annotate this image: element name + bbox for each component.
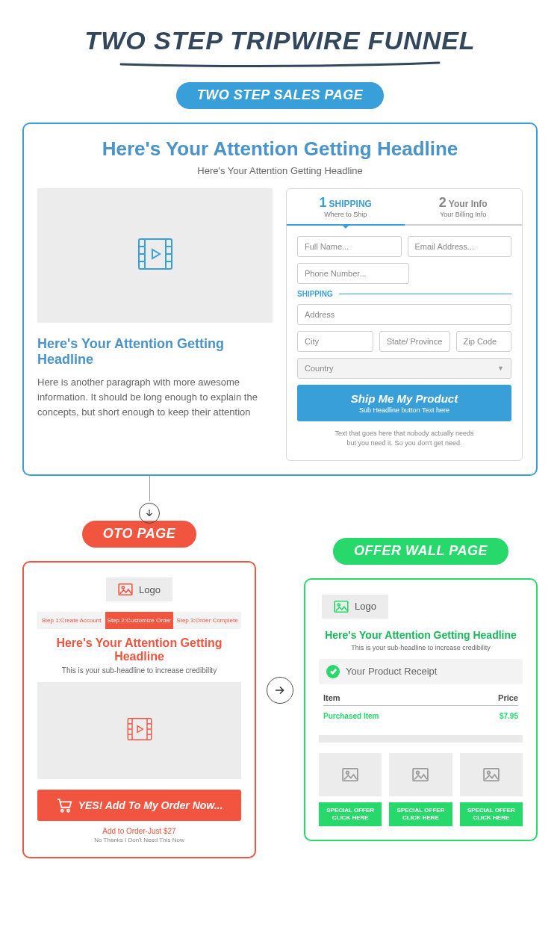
- oto-headline: Here's Your Attention Getting Headline: [37, 636, 241, 663]
- ow-sub: This is your sub-headline to increase cr…: [319, 644, 523, 651]
- zip-input[interactable]: Zip Code: [456, 331, 511, 352]
- connector-right: [267, 675, 293, 704]
- oto-logo-text: Logo: [139, 584, 161, 595]
- address-input[interactable]: Address: [297, 304, 511, 325]
- film-play-icon: [125, 714, 155, 747]
- image-icon: [483, 768, 500, 781]
- offer-1: SPECIAL OFFERCLICK HERE: [319, 753, 382, 827]
- item-price: $7.95: [500, 712, 518, 720]
- shipping-section-label: SHIPPING: [297, 290, 511, 298]
- ow-headline: Here's Your Attention Getting Headline: [319, 629, 523, 641]
- offer-3-button[interactable]: SPECIAL OFFERCLICK HERE: [460, 802, 523, 827]
- image-icon: [118, 583, 133, 595]
- video-placeholder[interactable]: [37, 188, 273, 323]
- city-input[interactable]: City: [297, 331, 373, 352]
- offer-image: [460, 753, 523, 796]
- tab2-title: Your Info: [449, 199, 488, 209]
- svg-point-21: [67, 810, 69, 812]
- offer-3: SPECIAL OFFERCLICK HERE: [460, 753, 523, 827]
- oto-logo: Logo: [106, 577, 172, 601]
- ow-logo: Logo: [322, 595, 388, 619]
- sales-page-pill: Two Step Sales Page: [176, 82, 385, 109]
- sales-headline: Here's Your Attention Getting Headline: [37, 137, 523, 161]
- svg-point-10: [122, 586, 124, 589]
- image-icon: [412, 768, 429, 781]
- title-underline: [119, 60, 441, 67]
- sales-left-headline: Here's Your Attention Getting Headline: [37, 336, 273, 368]
- sales-page-card: Here's Your Attention Getting Headline H…: [22, 123, 538, 476]
- image-icon: [334, 601, 349, 613]
- svg-point-29: [487, 771, 490, 774]
- tab1-sub: Where to Ship: [290, 211, 402, 218]
- oto-no-thanks[interactable]: No Thanks I Don't Need This Now: [37, 837, 241, 843]
- offer-wall-card: Logo Here's Your Attention Getting Headl…: [304, 578, 538, 842]
- page-title: Two Step Tripwire Funnel: [0, 0, 560, 60]
- film-play-icon: [134, 233, 176, 278]
- offer-1-button[interactable]: SPECIAL OFFERCLICK HERE: [319, 802, 382, 827]
- tab1-number: 1: [320, 195, 327, 210]
- ship-button[interactable]: Ship Me My Product Sub Headline button T…: [297, 385, 511, 421]
- add-to-order-button[interactable]: YES! Add To My Order Now...: [37, 790, 241, 821]
- svg-point-20: [60, 810, 63, 812]
- oto-link[interactable]: Add to Order-Just $27: [37, 827, 241, 835]
- receipt-title: Your Product Receipt: [346, 666, 437, 677]
- offer-2: SPECIAL OFFERCLICK HERE: [389, 753, 452, 827]
- arrow-down-icon: [139, 503, 160, 524]
- step-2[interactable]: Step 2:Customize Order: [105, 612, 173, 629]
- connector-down: [0, 476, 560, 521]
- offer-wall-pill: Offer Wall Page: [333, 538, 508, 565]
- oto-steps: Step 1:Create Account Step 2:Customize O…: [37, 612, 241, 629]
- offer-image: [319, 753, 382, 796]
- oto-card: Logo Step 1:Create Account Step 2:Custom…: [22, 561, 256, 858]
- country-value: Country: [305, 364, 334, 373]
- fullname-input[interactable]: Full Name...: [297, 236, 402, 257]
- svg-point-23: [337, 604, 340, 606]
- state-input[interactable]: State/ Province: [379, 331, 450, 352]
- ship-button-main: Ship Me My Product: [300, 392, 508, 405]
- add-to-order-label: YES! Add To My Order Now...: [78, 799, 223, 811]
- country-select[interactable]: Country ▼: [297, 358, 511, 379]
- email-input[interactable]: Email Address...: [408, 236, 512, 257]
- oto-sub: This is your sub-headline to increase cr…: [37, 666, 241, 675]
- ship-button-sub: Sub Headline button Text here: [300, 406, 508, 414]
- oto-video-placeholder[interactable]: [37, 682, 241, 779]
- tab-shipping[interactable]: 1SHIPPING Where to Ship: [287, 189, 405, 226]
- sales-left-paragraph: Here is another paragraph with more awes…: [37, 375, 273, 420]
- tab2-sub: Your Billing Info: [408, 211, 520, 218]
- receipt-table: ItemPrice Purchased Item$7.95: [319, 684, 523, 732]
- svg-point-27: [417, 771, 420, 774]
- order-form: 1SHIPPING Where to Ship 2Your Info Your …: [286, 188, 523, 461]
- offer-2-button[interactable]: SPECIAL OFFERCLICK HERE: [389, 802, 452, 827]
- cart-icon: [56, 798, 72, 813]
- item-name: Purchased Item: [323, 712, 500, 720]
- receipt-header: Your Product Receipt: [319, 659, 523, 684]
- tab1-title: SHIPPING: [329, 199, 372, 209]
- tab2-number: 2: [439, 195, 447, 210]
- check-circle-icon: [326, 665, 340, 678]
- step-1[interactable]: Step 1:Create Account: [37, 612, 105, 629]
- chevron-down-icon: ▼: [497, 365, 504, 372]
- form-notice: Text that goes here that nobody actually…: [297, 421, 511, 453]
- divider-bar: [319, 735, 523, 743]
- th-price: Price: [498, 693, 518, 702]
- step-3[interactable]: Step 3:Order Complete: [173, 612, 241, 629]
- ow-logo-text: Logo: [355, 601, 376, 612]
- arrow-right-icon: [267, 677, 293, 704]
- th-item: Item: [323, 693, 498, 702]
- image-icon: [342, 768, 358, 781]
- oto-page-pill: OTO Page: [82, 521, 196, 548]
- phone-input[interactable]: Phone Number...: [297, 263, 409, 284]
- svg-point-25: [346, 771, 349, 774]
- offer-image: [389, 753, 452, 796]
- tab-your-info[interactable]: 2Your Info Your Billing Info: [405, 189, 523, 226]
- sales-subhead: Here's Your Attention Getting Headline: [37, 165, 523, 176]
